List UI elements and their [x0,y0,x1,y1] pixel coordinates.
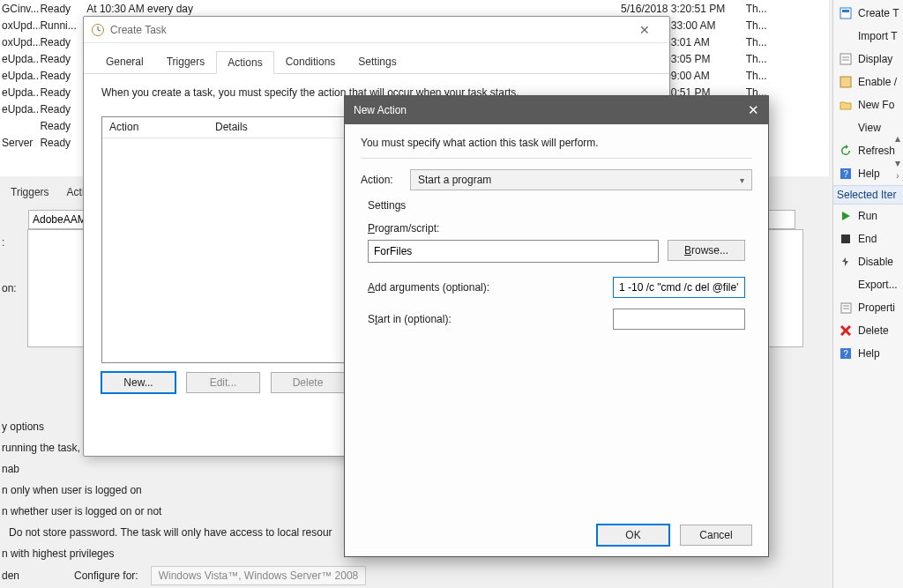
action-help-2[interactable]: ? Help [833,342,903,365]
start-in-input[interactable] [613,309,745,330]
new-action-help-text: You must specify what action this task w… [361,137,752,149]
start-in-label: Start in (optional): [368,313,452,325]
add-arguments-input[interactable] [613,277,745,298]
create-task-tabs: General Triggers Actions Conditions Sett… [84,43,669,74]
action-new-folder[interactable]: New Fo [833,93,903,116]
action-display-running[interactable]: Display [833,48,903,71]
ok-button[interactable]: OK [597,525,669,546]
svg-rect-9 [841,234,850,243]
play-icon [839,209,853,223]
action-delete[interactable]: Delete [833,319,903,342]
action-type-label: Action: [361,174,410,186]
new-action-titlebar[interactable]: New Action ✕ [345,96,768,124]
action-create-task[interactable]: Create T [833,2,903,25]
delete-icon [839,324,853,338]
location-label: : [2,236,7,249]
settings-groupbox-label: Settings [368,199,752,212]
col-header-action[interactable]: Action [102,117,208,138]
svg-rect-0 [840,8,851,19]
radio-logged-on[interactable]: n only when user is logged on [2,480,332,501]
configure-for-row: den Configure for: Windows Vista™, Windo… [0,563,529,588]
action-disable[interactable]: Disable [833,250,903,273]
tab-conditions[interactable]: Conditions [274,50,347,73]
close-icon[interactable]: ✕ [724,102,759,118]
radio-logged-on-or-not[interactable]: n whether user is logged on or not [2,501,332,522]
hidden-checkbox-label: den [2,569,34,582]
action-enable-history[interactable]: Enable / [833,71,903,93]
action-export[interactable]: Export... [833,273,903,296]
chevron-up-icon: ▴ [895,132,900,145]
edit-action-button[interactable]: Edit... [186,372,260,393]
program-script-input[interactable] [368,240,659,263]
create-task-title: Create Task [110,24,627,36]
tab-triggers[interactable]: Triggers [155,50,217,73]
task-icon [839,6,853,20]
action-run[interactable]: Run [833,205,903,227]
svg-rect-2 [840,54,851,64]
stop-icon [839,232,853,246]
chevron-down-icon: ▾ [740,175,744,185]
disable-icon [839,255,853,269]
properties-icon [839,301,853,315]
divider [361,158,752,159]
history-icon [839,75,853,89]
help-icon: ? [839,346,853,361]
tab-actions[interactable]: Actions [216,51,273,74]
clock-icon [91,23,105,37]
program-script-label: Program/script: [368,222,745,234]
new-action-button[interactable]: New... [101,372,175,393]
actions-pane: Create T Import T Display Enable / New F… [832,0,903,588]
action-import-task[interactable]: Import T [833,25,903,48]
tab-general[interactable]: General [94,50,155,73]
chevron-down-icon: ▾ [895,157,900,169]
add-arguments-label: Add arguments (optional): [368,281,489,294]
svg-text:?: ? [843,349,848,359]
chevron-right-icon: › [896,171,899,181]
scroll-hint: ▴ ▾ › [892,132,903,167]
security-runas-value: nab [2,458,332,480]
new-action-dialog: New Action ✕ You must specify what actio… [344,95,769,557]
folder-icon [839,98,853,112]
svg-marker-8 [842,212,850,220]
pane-heading-selected-item: Selected Iter [833,185,903,205]
browse-button[interactable]: Browse... [668,240,745,261]
refresh-icon [839,144,853,158]
svg-rect-5 [840,77,851,87]
svg-text:?: ? [843,169,848,179]
tab-triggers[interactable]: Triggers [2,183,58,201]
svg-rect-1 [842,10,849,12]
tab-settings[interactable]: Settings [347,50,407,73]
action-properties[interactable]: Properti [833,296,903,319]
configure-for-dropdown[interactable]: Windows Vista™, Windows Server™ 2008 [151,566,367,585]
task-row[interactable]: GCinv...ReadyAt 10:30 AM every day5/16/2… [0,0,829,17]
col-header-details[interactable]: Details [208,117,255,138]
delete-action-button[interactable]: Delete [271,372,345,393]
checkbox-dont-store-pw[interactable]: Do not store password. The task will onl… [2,522,332,543]
close-icon[interactable]: ✕ [627,23,662,37]
new-action-title: New Action [354,104,724,116]
action-end[interactable]: End [833,227,903,250]
configure-for-label: Configure for: [74,569,138,582]
action-type-dropdown[interactable]: Start a program ▾ [410,169,752,190]
checkbox-highest-privileges[interactable]: n with highest privileges [2,543,332,564]
description-label: on: [2,282,17,294]
help-icon: ? [839,167,853,181]
cancel-button[interactable]: Cancel [680,525,752,546]
create-task-titlebar[interactable]: Create Task ✕ [84,17,669,43]
list-icon [839,52,853,66]
